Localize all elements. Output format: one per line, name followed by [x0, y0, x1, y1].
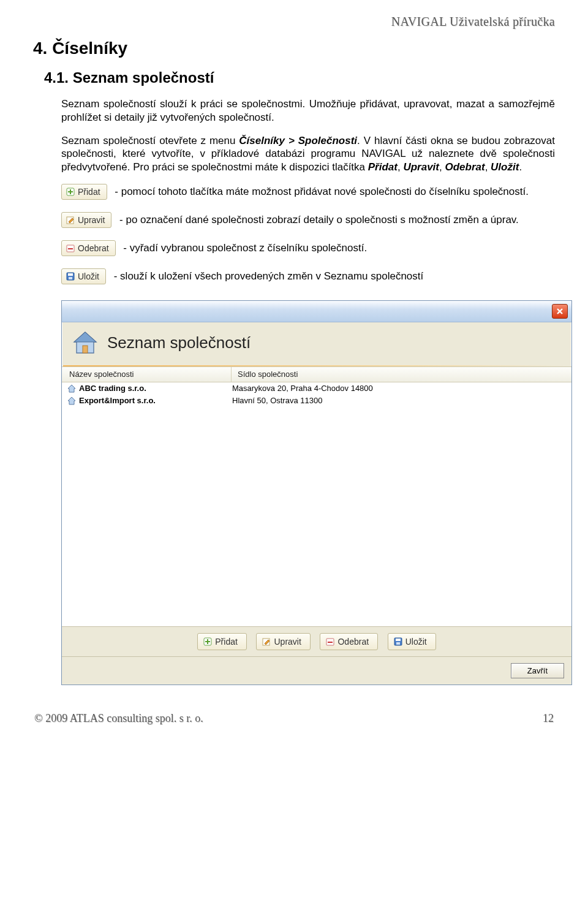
- svg-rect-21: [396, 639, 401, 641]
- svg-marker-13: [68, 397, 75, 404]
- close-icon: [556, 308, 564, 315]
- minus-icon: [66, 243, 75, 253]
- btn-ref-del: Odebrat: [445, 161, 484, 173]
- edit-button[interactable]: Upravit: [256, 633, 310, 650]
- footer-copyright: © 2009 ATLAS consulting spol. s r. o.: [34, 712, 203, 725]
- add-button-inline: Přidat: [61, 184, 107, 200]
- save-button-inline: Uložit: [61, 268, 106, 284]
- edit-icon: [66, 215, 75, 225]
- delete-button[interactable]: Odebrat: [320, 633, 378, 650]
- delete-button-inline: Odebrat: [61, 240, 116, 256]
- minus-icon: [325, 637, 335, 647]
- grid-header: Název společnosti Sídlo společnosti: [62, 366, 571, 382]
- window-header: Seznam společností: [62, 322, 571, 365]
- close-button-flat[interactable]: Zavřít: [511, 663, 564, 678]
- desc-del: Odebrat - vyřadí vybranou společnost z č…: [61, 240, 555, 257]
- svg-rect-5: [68, 248, 73, 249]
- add-button[interactable]: Přidat: [197, 633, 247, 650]
- save-icon: [393, 637, 403, 647]
- svg-rect-22: [396, 642, 400, 645]
- svg-rect-7: [68, 273, 73, 276]
- svg-rect-19: [328, 642, 333, 643]
- house-icon: [67, 384, 77, 393]
- grid-col-addr[interactable]: Sídlo společnosti: [232, 370, 571, 379]
- table-row[interactable]: Export&Import s.r.o. Hlavní 50, Ostrava …: [62, 395, 571, 407]
- desc-del-text: - vyřadí vybranou společnost z číselníku…: [121, 242, 368, 254]
- heading-2: 4.1. Seznam společností: [44, 69, 555, 86]
- save-button[interactable]: Uložit: [388, 633, 436, 650]
- cell-name: Export&Import s.r.o.: [79, 396, 156, 405]
- grid-col-name[interactable]: Název společnosti: [62, 367, 232, 382]
- desc-edit-text: - po označení dané společnosti zobrazí d…: [116, 214, 518, 226]
- house-icon: [67, 396, 77, 406]
- edit-icon: [262, 637, 271, 647]
- btn-ref-add: Přidat: [368, 161, 398, 173]
- window-titlebar: [62, 301, 571, 322]
- window-title: Seznam společností: [107, 333, 251, 352]
- heading-1: 4. Číselníky: [33, 39, 555, 58]
- desc-save: Uložit - slouží k uložení všech proveden…: [61, 268, 555, 286]
- house-icon: [70, 328, 100, 358]
- window-toolbar: Přidat Upravit Odebrat Uložit: [62, 626, 571, 656]
- svg-rect-2: [68, 191, 73, 192]
- desc-edit: Upravit - po označení dané společnosti z…: [61, 212, 555, 229]
- svg-rect-16: [205, 641, 210, 642]
- text: Seznam společností otevřete z menu: [61, 135, 239, 146]
- cell-addr: Masarykova 20, Praha 4-Chodov 14800: [226, 384, 571, 393]
- cell-addr: Hlavní 50, Ostrava 11300: [226, 396, 571, 405]
- page-number: 12: [543, 712, 554, 725]
- grid-body: ABC trading s.r.o. Masarykova 20, Praha …: [62, 382, 571, 626]
- company-list-window: Seznam společností Název společnosti Síd…: [61, 300, 572, 685]
- svg-marker-12: [68, 385, 75, 392]
- save-icon: [66, 271, 75, 281]
- svg-rect-8: [69, 277, 72, 279]
- paragraph-menu: Seznam společností otevřete z menu Čísel…: [61, 134, 555, 174]
- close-button[interactable]: [552, 304, 568, 319]
- menu-path: Číselníky > Společnosti: [239, 135, 357, 146]
- desc-add-text: - pomocí tohoto tlačítka máte možnost př…: [112, 186, 529, 197]
- svg-marker-10: [74, 332, 96, 342]
- cell-name: ABC trading s.r.o.: [79, 384, 146, 393]
- plus-icon: [66, 187, 75, 197]
- edit-button-inline: Upravit: [61, 212, 111, 228]
- desc-add: Přidat - pomocí tohoto tlačítka máte mož…: [61, 184, 555, 201]
- plus-icon: [203, 637, 213, 647]
- btn-ref-save: Uložit: [491, 161, 519, 173]
- table-row[interactable]: ABC trading s.r.o. Masarykova 20, Praha …: [62, 382, 571, 395]
- desc-save-text: - slouží k uložení všech provedených změ…: [111, 270, 423, 282]
- page-header: NAVIGAL Uživatelská příručka: [33, 15, 555, 29]
- window-footer: Zavřít: [62, 656, 571, 685]
- page-footer: © 2009 ATLAS consulting spol. s r. o. 12: [33, 712, 555, 725]
- svg-rect-11: [83, 346, 88, 353]
- paragraph-intro: Seznam společností slouží k práci se spo…: [61, 97, 555, 124]
- btn-ref-edit: Upravit: [403, 161, 439, 173]
